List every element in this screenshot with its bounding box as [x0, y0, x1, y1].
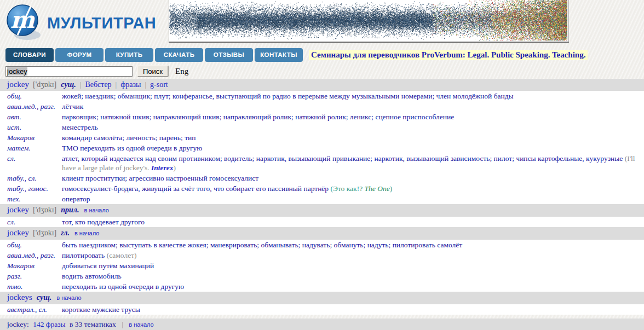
- table-row: авиа.мед., разг.лётчик: [0, 101, 644, 112]
- ad-banner[interactable]: [169, 0, 569, 43]
- entry-link-g-sort[interactable]: g-sort: [150, 80, 168, 89]
- table-row: матем.ТМО переходить из одной очереди в …: [0, 143, 644, 153]
- table-row: общ.быть наездником; выступать в качеств…: [0, 240, 644, 250]
- entry-header: jockey['dʒɒkɪ]сущ.|Вебстер|фразы|g-sort: [0, 79, 644, 91]
- definition-cell[interactable]: гомосексуалист-бродяга, живущий за счёт …: [62, 184, 644, 193]
- language-label[interactable]: Eng: [175, 67, 188, 76]
- nav-tab-contacts[interactable]: КОНТАКТЫ: [255, 48, 303, 62]
- footer-word: jockey:: [7, 320, 29, 328]
- part-of-speech-label: сущ.: [61, 80, 76, 89]
- subject-label[interactable]: общ.: [0, 91, 62, 101]
- table-row: табу., сл.клиент проститутки; агрессивно…: [0, 173, 644, 183]
- definition-cell[interactable]: командир самолёта; личность; парень; тип: [62, 133, 644, 142]
- table-row: сл.тот, кто поддевает другого: [0, 217, 644, 227]
- translation-text: ТМО переходить из одной очереди в другую: [62, 144, 202, 152]
- main-nav: СЛОВАРИФОРУМКУПИТЬСКАЧАТЬОТЗЫВЫКОНТАКТЫ …: [5, 47, 644, 62]
- subject-label[interactable]: табу., сл.: [0, 173, 62, 183]
- definition-cell[interactable]: атлет, который издевается над своим прот…: [62, 154, 644, 172]
- subject-label[interactable]: авиа.мед., разг.: [0, 102, 62, 111]
- table-row: табу., гомос.гомосексуалист-бродяга, жив…: [0, 183, 644, 194]
- separator: |: [80, 80, 82, 89]
- table-row: авиа.мед., разг.пилотировать (самолет): [0, 250, 644, 260]
- table-row: ист.менестрель: [0, 122, 644, 132]
- subject-label[interactable]: тмо.: [0, 282, 62, 291]
- separator: |: [145, 80, 146, 89]
- contributor-link[interactable]: Interex: [151, 164, 174, 172]
- subject-label[interactable]: матем.: [0, 143, 62, 153]
- subject-label[interactable]: авт.: [0, 112, 62, 121]
- subject-label[interactable]: Макаров: [0, 133, 62, 142]
- definition-cell[interactable]: пилотировать (самолет): [62, 251, 644, 260]
- translation-text: переходить из одной очереди в другую: [62, 282, 184, 291]
- ad-banner-noise-image: [169, 0, 567, 40]
- translation-text: водить автомобиль: [62, 272, 122, 280]
- search-button[interactable]: Поиск: [137, 65, 169, 77]
- entry-link-webster[interactable]: Вебстер: [85, 80, 111, 89]
- table-row: разг.водить автомобиль: [0, 271, 644, 281]
- table-row: тмо.переходить из одной очереди в другую: [0, 281, 644, 292]
- headword-link[interactable]: jockeys: [7, 293, 32, 302]
- table-row: австрал., сл.короткие мужские трусы: [0, 304, 644, 315]
- subject-label[interactable]: общ.: [0, 240, 62, 250]
- part-of-speech-label: гл.: [61, 229, 70, 237]
- nav-tab-buy[interactable]: КУПИТЬ: [105, 48, 153, 62]
- definition-cell[interactable]: жокей; наездник; обманщик; плут; конфера…: [62, 91, 644, 101]
- table-row: общ.жокей; наездник; обманщик; плут; кон…: [0, 91, 644, 101]
- entry-header: jockey['dʒɒkɪ]гл.в начало: [0, 227, 644, 240]
- translation-text: клиент проститутки; агрессивно настроенн…: [62, 174, 258, 182]
- definition-cell[interactable]: оператор: [62, 194, 644, 204]
- subject-label[interactable]: Макаров: [0, 261, 62, 270]
- translation-text: пилотировать: [62, 251, 107, 259]
- subject-label[interactable]: разг.: [0, 271, 62, 281]
- back-to-top-link[interactable]: в начало: [84, 207, 109, 213]
- definition-cell[interactable]: клиент проститутки; агрессивно настроенн…: [62, 173, 644, 183]
- definition-cell[interactable]: ТМО переходить из одной очереди в другую: [62, 143, 644, 153]
- entry-link-phrases[interactable]: фразы: [120, 80, 141, 89]
- subject-label[interactable]: авиа.мед., разг.: [0, 251, 62, 260]
- headword-link[interactable]: jockey: [7, 205, 29, 214]
- definition-cell[interactable]: парковщик; натяжной шкив; направляющий ш…: [62, 112, 644, 121]
- search-bar: jockey Поиск Eng: [5, 65, 644, 77]
- back-to-top-link[interactable]: в начало: [56, 294, 81, 301]
- footer-suffix: в 33 тематиках: [70, 320, 116, 328]
- phonetic-transcription: ['dʒɒkɪ]: [33, 229, 56, 237]
- translation-text: командир самолёта; личность; парень; тип: [62, 134, 196, 142]
- headword-link[interactable]: jockey: [7, 228, 29, 237]
- subject-label[interactable]: сл.: [0, 154, 62, 172]
- phrases-count-link[interactable]: 142 фразы: [33, 320, 66, 328]
- back-to-top-link[interactable]: в начало: [129, 321, 153, 328]
- subject-label[interactable]: тех.: [0, 194, 62, 204]
- definition-cell[interactable]: добиваться путём махинаций: [62, 261, 644, 270]
- definition-cell[interactable]: переходить из одной очереди в другую: [62, 282, 644, 291]
- definition-cell[interactable]: короткие мужские трусы: [62, 305, 644, 314]
- headword-link[interactable]: jockey: [7, 80, 29, 89]
- nav-tab-reviews[interactable]: ОТЗЫВЫ: [205, 48, 253, 62]
- subject-label[interactable]: табу., гомос.: [0, 184, 62, 193]
- separator: |: [116, 80, 117, 89]
- definition-cell[interactable]: менестрель: [62, 123, 644, 132]
- back-to-top-link[interactable]: в начало: [74, 230, 99, 236]
- nav-tab-dictionaries[interactable]: СЛОВАРИ: [5, 48, 54, 62]
- search-input[interactable]: jockey: [5, 66, 133, 77]
- phonetic-transcription: ['dʒɒkɪ]: [33, 206, 56, 214]
- translation-text: быть наездником; выступать в качестве жо…: [62, 241, 462, 249]
- subject-label[interactable]: ист.: [0, 123, 62, 132]
- nav-tab-download[interactable]: СКАЧАТЬ: [155, 48, 203, 62]
- site-title: МУЛЬТИТРАН: [47, 14, 156, 32]
- phrases-summary-row: jockey: 142 фразы в 33 тематиках | в нач…: [0, 319, 644, 330]
- promo-link[interactable]: Семинары для переводчиков ProVerbum: Leg…: [309, 50, 588, 60]
- nav-tab-forum[interactable]: ФОРУМ: [55, 48, 104, 62]
- site-logo[interactable]: m МУЛЬТИТРАН: [5, 3, 156, 43]
- definition-cell[interactable]: быть наездником; выступать в качестве жо…: [62, 240, 644, 250]
- table-row: тех.оператор: [0, 194, 644, 204]
- translation-text: менестрель: [62, 123, 98, 131]
- translation-text: тот, кто поддевает другого: [62, 218, 145, 226]
- subject-label[interactable]: австрал., сл.: [0, 305, 62, 314]
- subject-label[interactable]: сл.: [0, 217, 62, 227]
- definition-cell[interactable]: лётчик: [62, 102, 644, 111]
- definition-cell[interactable]: тот, кто поддевает другого: [62, 217, 644, 227]
- translation-text: парковщик; натяжной шкив; направляющий ш…: [62, 113, 454, 121]
- translation-text: жокей; наездник; обманщик; плут; конфера…: [62, 92, 514, 100]
- page-header: m МУЛЬТИТРАН: [0, 0, 644, 46]
- definition-cell[interactable]: водить автомобиль: [62, 271, 644, 281]
